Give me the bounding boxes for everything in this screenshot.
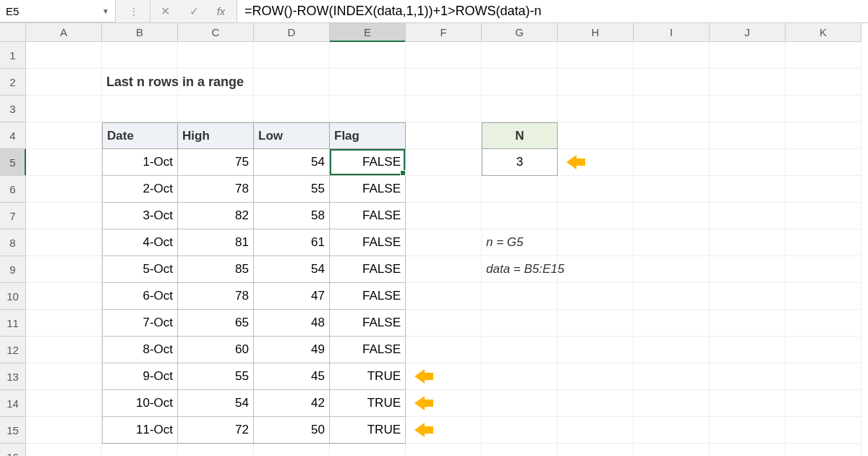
table-cell-flag[interactable]: FALSE [330,337,406,363]
cell-G6[interactable] [482,176,558,203]
cell-K14[interactable] [786,390,861,417]
cell-I16[interactable] [634,444,710,456]
cell-C1[interactable] [178,42,254,69]
column-header-J[interactable]: J [710,23,786,42]
table-cell-flag[interactable]: FALSE [330,256,406,283]
cell-F4[interactable] [406,122,482,149]
column-header-E[interactable]: E [330,23,406,42]
cell-B1[interactable] [102,42,178,69]
cell-A15[interactable] [26,417,102,444]
table-cell-high[interactable]: 55 [178,363,254,390]
cell-K1[interactable] [786,42,861,69]
cell-I13[interactable] [634,363,710,390]
cell-K6[interactable] [786,176,861,203]
cell-J10[interactable] [710,283,786,310]
note-data[interactable]: data = B5:E15 [482,256,558,283]
table-cell-low[interactable]: 50 [254,417,330,444]
cell-A8[interactable] [26,229,102,256]
cell-K8[interactable] [786,229,861,256]
cell-A9[interactable] [26,256,102,283]
table-cell-low[interactable]: 55 [254,176,330,203]
cell-J9[interactable] [710,256,786,283]
table-cell-low[interactable]: 58 [254,203,330,229]
cell-H7[interactable] [558,203,634,229]
cell-B3[interactable] [102,96,178,122]
row-header-11[interactable]: 11 [0,310,26,337]
cell-H8[interactable] [558,229,634,256]
accept-formula-button[interactable]: ✓ [179,0,208,22]
table-cell-high[interactable]: 54 [178,390,254,417]
table-cell-high[interactable]: 60 [178,337,254,363]
cell-A16[interactable] [26,444,102,456]
table-cell-date[interactable]: 1-Oct [102,149,178,176]
column-header-K[interactable]: K [786,23,861,42]
table-cell-high[interactable]: 78 [178,176,254,203]
cell-K10[interactable] [786,283,861,310]
cell-D3[interactable] [254,96,330,122]
cell-I7[interactable] [634,203,710,229]
column-header-A[interactable]: A [26,23,102,42]
cell-J15[interactable] [710,417,786,444]
formula-input[interactable]: =ROW()-ROW(INDEX(data,1,1))+1>ROWS(data)… [237,0,868,22]
cell-G16[interactable] [482,444,558,456]
table-cell-date[interactable]: 9-Oct [102,363,178,390]
row-header-5[interactable]: 5 [0,149,26,176]
cell-J12[interactable] [710,337,786,363]
table-cell-low[interactable]: 54 [254,149,330,176]
column-header-C[interactable]: C [178,23,254,42]
cell-A3[interactable] [26,96,102,122]
cell-I4[interactable] [634,122,710,149]
cell-G7[interactable] [482,203,558,229]
table-cell-low[interactable]: 61 [254,229,330,256]
cell-H1[interactable] [558,42,634,69]
cell-I15[interactable] [634,417,710,444]
row-header-9[interactable]: 9 [0,256,26,283]
row-header-7[interactable]: 7 [0,203,26,229]
cell-G15[interactable] [482,417,558,444]
row-header-3[interactable]: 3 [0,96,26,122]
table-cell-flag[interactable]: FALSE [330,203,406,229]
table-cell-date[interactable]: 8-Oct [102,337,178,363]
cell-E16[interactable] [330,444,406,456]
cell-I14[interactable] [634,390,710,417]
cell-H3[interactable] [558,96,634,122]
table-cell-high[interactable]: 75 [178,149,254,176]
cell-J3[interactable] [710,96,786,122]
cell-A7[interactable] [26,203,102,229]
cell-K9[interactable] [786,256,861,283]
cell-F11[interactable] [406,310,482,337]
arrow-annotation[interactable] [406,390,482,417]
cell-E2[interactable] [330,69,406,96]
cell-F7[interactable] [406,203,482,229]
cell-G2[interactable] [482,69,558,96]
cell-F10[interactable] [406,283,482,310]
cell-H6[interactable] [558,176,634,203]
arrow-annotation-n[interactable] [558,149,634,176]
column-header-B[interactable]: B [102,23,178,42]
table-header-date[interactable]: Date [102,122,178,149]
cell-K15[interactable] [786,417,861,444]
row-header-16[interactable]: 16 [0,444,26,456]
n-header[interactable]: N [482,122,558,149]
table-cell-low[interactable]: 49 [254,337,330,363]
cell-K2[interactable] [786,69,861,96]
cell-F9[interactable] [406,256,482,283]
table-cell-high[interactable]: 81 [178,229,254,256]
table-cell-high[interactable]: 72 [178,417,254,444]
select-all-corner[interactable] [0,23,26,42]
cell-D16[interactable] [254,444,330,456]
cell-H12[interactable] [558,337,634,363]
table-cell-low[interactable]: 48 [254,310,330,337]
cell-J8[interactable] [710,229,786,256]
cell-F1[interactable] [406,42,482,69]
table-cell-date[interactable]: 3-Oct [102,203,178,229]
cell-J13[interactable] [710,363,786,390]
cell-J16[interactable] [710,444,786,456]
cell-H15[interactable] [558,417,634,444]
cell-C3[interactable] [178,96,254,122]
table-cell-date[interactable]: 6-Oct [102,283,178,310]
cell-D2[interactable] [254,69,330,96]
arrow-annotation[interactable] [406,417,482,444]
table-cell-date[interactable]: 10-Oct [102,390,178,417]
cell-J7[interactable] [710,203,786,229]
